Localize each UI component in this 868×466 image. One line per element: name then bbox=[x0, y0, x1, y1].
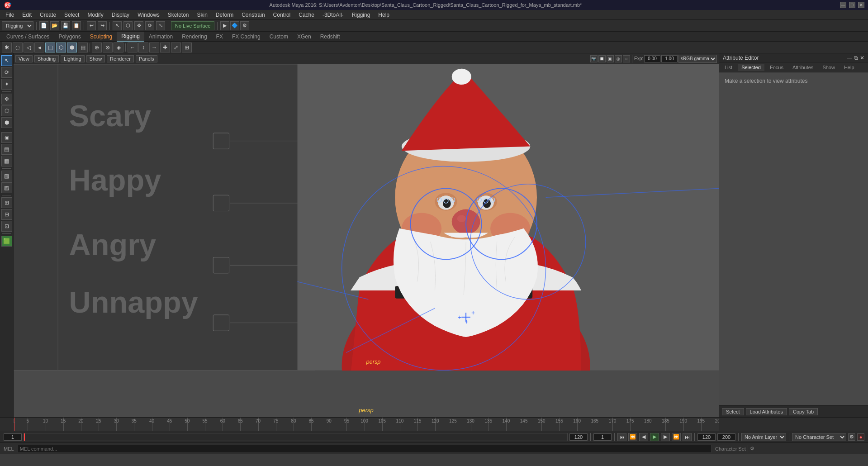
save-as-btn[interactable]: 📋 bbox=[72, 21, 81, 30]
anim-layer-dropdown[interactable]: No Anim Layer bbox=[741, 433, 786, 441]
shelf-btn-6[interactable]: ⬢ bbox=[67, 43, 77, 52]
vp-icon-3[interactable]: ◎ bbox=[615, 55, 622, 62]
shelf-btn-4[interactable]: ▢ bbox=[45, 43, 55, 52]
ik-tool[interactable]: ▧ bbox=[1, 171, 12, 181]
snap-point[interactable]: ⊡ bbox=[1, 221, 12, 232]
shelf-btn-14[interactable]: ✚ bbox=[160, 43, 170, 52]
anim-end-input[interactable] bbox=[697, 433, 716, 441]
render-btn[interactable]: ▶ bbox=[220, 21, 229, 30]
lasso-tool[interactable]: ⟳ bbox=[1, 67, 12, 78]
scale-tool-btn[interactable]: ⤡ bbox=[156, 21, 165, 30]
menu-3dtall[interactable]: -3DtoAll- bbox=[319, 11, 347, 19]
move-tool[interactable]: ✥ bbox=[1, 94, 12, 105]
timeline-ruler[interactable]: 1510152025303540455055606570758085909510… bbox=[14, 418, 719, 431]
menu-deform[interactable]: Deform bbox=[212, 11, 237, 19]
exposure-input[interactable] bbox=[644, 55, 660, 62]
next-frame-btn[interactable]: ▶ bbox=[661, 433, 670, 441]
vp-icon-2[interactable]: ▣ bbox=[607, 55, 614, 62]
attr-close[interactable]: ✕ bbox=[860, 55, 864, 61]
timeline[interactable]: 1510152025303540455055606570758085909510… bbox=[0, 417, 868, 431]
menu-display[interactable]: Display bbox=[108, 11, 133, 19]
range-end-input[interactable] bbox=[569, 433, 588, 441]
mode-dropdown[interactable]: Rigging bbox=[2, 21, 33, 30]
go-end-btn[interactable]: ⏭ bbox=[683, 433, 692, 441]
shelf-btn-13[interactable]: → bbox=[149, 43, 159, 52]
next-key-btn[interactable]: ⏩ bbox=[672, 433, 681, 441]
tab-sculpting[interactable]: Sculpting bbox=[85, 32, 117, 42]
tab-polygons[interactable]: Polygons bbox=[54, 32, 85, 42]
attr-tab-list[interactable]: List bbox=[721, 64, 736, 71]
shelf-btn-0[interactable]: ✱ bbox=[2, 43, 12, 52]
panels-menu[interactable]: Panels bbox=[136, 55, 157, 62]
viewport[interactable]: View Shading Lighting Show Renderer Pane… bbox=[14, 53, 719, 417]
char-set-dropdown[interactable]: No Character Set bbox=[792, 433, 846, 441]
shelf-btn-1[interactable]: ◌ bbox=[13, 43, 23, 52]
no-live-surface-btn[interactable]: No Live Surface bbox=[171, 21, 214, 30]
lighting-menu[interactable]: Lighting bbox=[61, 55, 85, 62]
colorspace-dropdown[interactable]: sRGB gamma bbox=[678, 55, 717, 63]
shelf-btn-12[interactable]: ↕ bbox=[138, 43, 148, 52]
close-button[interactable]: ✕ bbox=[858, 2, 864, 8]
tab-rigging[interactable]: Rigging bbox=[117, 32, 144, 42]
char-set-icon[interactable]: ⚙ bbox=[848, 433, 855, 441]
cluster-tool[interactable]: ▦ bbox=[1, 156, 12, 166]
show-menu[interactable]: Show bbox=[86, 55, 105, 62]
lattice-tool[interactable]: ▤ bbox=[1, 144, 12, 155]
shelf-btn-5[interactable]: ⬡ bbox=[56, 43, 66, 52]
restore-button[interactable]: □ bbox=[849, 2, 855, 8]
attr-tab-help[interactable]: Help bbox=[840, 64, 858, 71]
go-start-btn[interactable]: ⏮ bbox=[617, 433, 626, 441]
select-btn[interactable]: Select bbox=[722, 408, 744, 415]
attr-tab-focus[interactable]: Focus bbox=[766, 64, 787, 71]
menu-windows[interactable]: Windows bbox=[134, 11, 163, 19]
menu-help[interactable]: Help bbox=[375, 11, 393, 19]
menu-file[interactable]: File bbox=[2, 11, 18, 19]
load-attributes-btn[interactable]: Load Attributes bbox=[746, 408, 787, 415]
joint-tool[interactable]: ▨ bbox=[1, 182, 12, 193]
vp-icon-0[interactable]: 📷 bbox=[590, 55, 598, 62]
menu-select[interactable]: Select bbox=[61, 11, 83, 19]
select-tool-btn[interactable]: ↖ bbox=[113, 21, 122, 30]
tab-redshift[interactable]: Redshift bbox=[316, 32, 345, 42]
menu-skin[interactable]: Skin bbox=[194, 11, 211, 19]
menu-create[interactable]: Create bbox=[36, 11, 60, 19]
open-scene-btn[interactable]: 📂 bbox=[50, 21, 59, 30]
scale-tool[interactable]: ⬢ bbox=[1, 117, 12, 128]
tab-fx-caching[interactable]: FX Caching bbox=[228, 32, 265, 42]
vp-icon-1[interactable]: 🔲 bbox=[598, 55, 606, 62]
menu-rigging[interactable]: Rigging bbox=[348, 11, 374, 19]
attr-tab-selected[interactable]: Selected bbox=[738, 64, 764, 71]
redo-btn[interactable]: ↪ bbox=[98, 21, 107, 30]
vp-icon-4[interactable]: ○ bbox=[623, 55, 630, 62]
auto-key-btn[interactable]: ● bbox=[857, 433, 864, 441]
copy-tab-btn[interactable]: Copy Tab bbox=[789, 408, 818, 415]
paint-tool[interactable]: ✦ bbox=[1, 79, 12, 90]
attr-tab-show[interactable]: Show bbox=[819, 64, 839, 71]
select-tool[interactable]: ↖ bbox=[1, 55, 12, 66]
menu-edit[interactable]: Edit bbox=[19, 11, 35, 19]
menu-modify[interactable]: Modify bbox=[84, 11, 107, 19]
current-frame-input[interactable] bbox=[593, 433, 612, 441]
range-start-input[interactable] bbox=[4, 433, 22, 441]
prev-key-btn[interactable]: ⏪ bbox=[628, 433, 637, 441]
menu-constrain[interactable]: Constrain bbox=[238, 11, 268, 19]
attr-float[interactable]: ⧉ bbox=[854, 55, 858, 61]
prev-frame-btn[interactable]: ◀ bbox=[639, 433, 648, 441]
lasso-tool-btn[interactable]: ⬡ bbox=[123, 21, 133, 30]
shelf-btn-9[interactable]: ⊗ bbox=[103, 43, 113, 52]
shelf-btn-15[interactable]: ⤢ bbox=[171, 43, 181, 52]
menu-skeleton[interactable]: Skeleton bbox=[164, 11, 193, 19]
timeline-range[interactable] bbox=[24, 433, 568, 441]
render-settings-btn[interactable]: ⚙ bbox=[240, 21, 249, 30]
snap-grid[interactable]: ⊞ bbox=[1, 197, 12, 208]
tab-animation[interactable]: Animation bbox=[144, 32, 177, 42]
move-tool-btn[interactable]: ✥ bbox=[134, 21, 143, 30]
menu-cache[interactable]: Cache bbox=[295, 11, 318, 19]
soft-select[interactable]: ◉ bbox=[1, 132, 12, 143]
rotate-tool[interactable]: ⬡ bbox=[1, 105, 12, 116]
play-forward-btn[interactable]: ▶ bbox=[650, 433, 659, 441]
tab-fx[interactable]: FX bbox=[212, 32, 228, 42]
gamma-input[interactable] bbox=[661, 55, 678, 62]
snap-curve[interactable]: ⊟ bbox=[1, 209, 12, 220]
shelf-btn-11[interactable]: ← bbox=[128, 43, 138, 52]
